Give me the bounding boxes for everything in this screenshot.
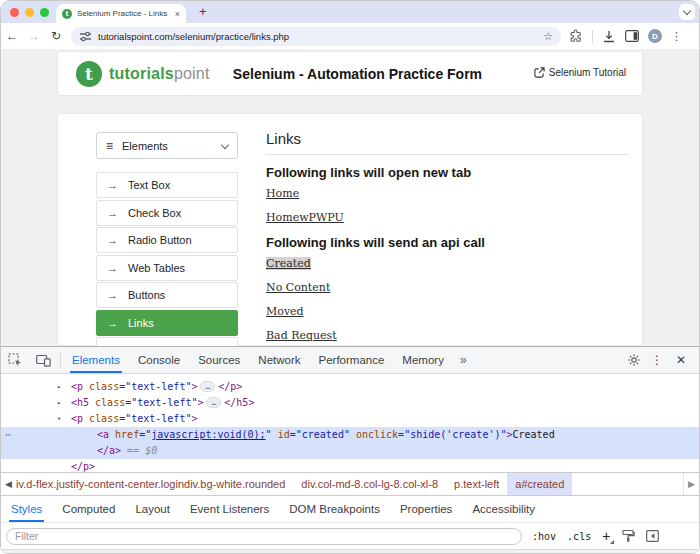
styles-filter-input[interactable] [6,528,522,545]
breadcrumb-scroll-left-icon[interactable]: ◀ [1,473,16,495]
tab-computed[interactable]: Computed [52,496,125,522]
profile-avatar[interactable]: D [648,29,662,43]
side-panel-icon[interactable] [625,30,639,42]
element-classes-button[interactable]: .cls [567,531,591,542]
downloads-icon[interactable] [602,30,616,43]
elements-dropdown-label: Elements [122,140,222,152]
rendering-emulation-icon[interactable] [621,529,635,543]
minimize-window-button[interactable] [25,8,34,17]
toggle-element-state-button[interactable]: :hov [532,531,556,542]
devtools-close-icon[interactable]: ✕ [673,353,689,367]
elements-tree[interactable]: ▸ <p class="text-left">…</p> ▸ <h5 class… [1,374,699,472]
arrow-right-icon: → [107,234,118,246]
devtools-tab-network[interactable]: Network [249,347,309,373]
elements-sidebar: ≡ Elements → Text Box → Check Box → Radi… [96,132,238,346]
dom-node-p-collapsed[interactable]: ▸ <p class="text-left">…</p> [1,379,699,395]
more-tabs-icon[interactable]: » [453,353,474,367]
address-bar[interactable]: tutorialspoint.com/selenium/practice/lin… [71,27,561,46]
extensions-icon[interactable] [569,29,583,43]
computed-sidebar-toggle-icon[interactable] [646,530,659,542]
sidebar-item-web-tables[interactable]: → Web Tables [96,255,238,281]
devtools-tab-memory[interactable]: Memory [393,347,453,373]
breadcrumb-item-col-md-8[interactable]: div.col-md-8.col-lg-8.col-xl-8 [293,473,446,495]
sidebar-item-label: Text Box [128,179,170,191]
sidebar-item-radio-button[interactable]: → Radio Button [96,227,238,253]
close-window-button[interactable] [10,8,19,17]
brand-wordmark[interactable]: tutorialspoint [109,65,210,83]
tutorialspoint-logo-icon[interactable]: t [76,61,102,87]
tab-layout[interactable]: Layout [125,496,180,522]
inspect-element-icon[interactable] [1,353,29,367]
sidebar-item-label: Radio Button [128,234,192,246]
new-style-rule-icon[interactable]: + [602,529,610,543]
breadcrumb-scroll-right-icon[interactable]: ▶ [683,473,699,495]
new-tab-button[interactable]: + [199,3,207,21]
dom-breadcrumb-bar: ◀ div.d-flex.justify-content-center.logi… [1,472,699,495]
browser-tab[interactable]: t Selenium Practice - Links × [56,4,186,23]
devtools-bottom-edge [1,549,699,554]
dom-node-selected-anchor[interactable]: ⋯ <a href="javascript:void(0);" id="crea… [1,427,699,459]
browser-window: t Selenium Practice - Links × + ← → ↻ tu… [0,0,700,554]
reload-button[interactable]: ↻ [45,29,67,43]
forward-button[interactable]: → [23,29,45,43]
link-bad-request[interactable]: Bad Request [266,329,337,342]
settings-gear-icon[interactable] [627,353,641,367]
fullscreen-window-button[interactable] [40,8,49,17]
styles-sidebar-tabs: Styles Computed Layout Event Listeners D… [1,495,699,522]
elements-dropdown[interactable]: ≡ Elements [96,132,238,159]
tab-styles[interactable]: Styles [1,496,52,522]
sidebar-item-buttons[interactable]: → Buttons [96,282,238,308]
collapse-icon[interactable]: ▾ [57,411,61,427]
tab-search-button[interactable] [679,4,695,20]
sidebar-item-links[interactable]: → Links [96,310,238,336]
dom-node-p-close-clipped[interactable]: </p> [1,459,699,472]
sidebar-item-text-box[interactable]: → Text Box [96,172,238,198]
content-title: Links [266,130,629,147]
device-toolbar-icon[interactable] [29,354,58,367]
expand-icon[interactable]: ▸ [57,379,61,395]
devtools-tab-elements[interactable]: Elements [63,347,129,373]
site-settings-icon[interactable] [79,30,92,43]
url-text[interactable]: tutorialspoint.com/selenium/practice/lin… [98,31,543,42]
sidebar-item-label: Web Tables [128,262,185,274]
arrow-right-icon: → [107,179,118,191]
devtools-tab-performance[interactable]: Performance [310,347,394,373]
tab-close-icon[interactable]: × [175,9,180,19]
arrow-right-icon: → [107,317,118,329]
devtools-tab-console[interactable]: Console [129,347,189,373]
link-moved[interactable]: Moved [266,305,304,318]
brand-secondary: point [174,65,210,82]
external-link-icon [534,67,545,78]
tab-dom-breakpoints[interactable]: DOM Breakpoints [279,496,390,522]
link-homewpwpu[interactable]: HomewPWPU [266,211,344,224]
link-created[interactable]: Created [266,257,311,270]
more-actions-icon[interactable]: ⋯ [5,427,11,443]
devtools-menu-icon[interactable]: ⋮ [648,353,666,367]
hamburger-icon: ≡ [106,139,113,153]
back-button[interactable]: ← [1,29,23,43]
toolbar-actions: D ⋮ [569,29,682,43]
devtools-tab-sources[interactable]: Sources [189,347,249,373]
breadcrumb-item-p-text-left[interactable]: p.text-left [446,473,507,495]
sidebar-item-check-box[interactable]: → Check Box [96,200,238,226]
tab-event-listeners[interactable]: Event Listeners [180,496,279,522]
arrow-right-icon: → [107,207,118,219]
link-no-content[interactable]: No Content [266,281,330,294]
browser-menu-icon[interactable]: ⋮ [671,30,682,43]
tab-properties[interactable]: Properties [390,496,462,522]
sidebar-item-clipped[interactable] [96,337,238,346]
dom-node-p-expanded[interactable]: ▾ <p class="text-left"> [1,411,699,427]
tab-favicon-icon: t [62,9,72,19]
tab-accessibility[interactable]: Accessibility [462,496,545,522]
site-header: t tutorialspoint Selenium - Automation P… [57,51,643,96]
breadcrumb-item-logindiv[interactable]: div.d-flex.justify-content-center.logind… [16,473,293,495]
selenium-tutorial-link[interactable]: Selenium Tutorial [534,67,626,78]
title-divider [266,154,629,155]
breadcrumb-item-a-created[interactable]: a#created [507,473,572,495]
bookmark-star-icon[interactable]: ☆ [543,30,553,43]
link-home[interactable]: Home [266,187,299,200]
brand-primary: tutorials [109,65,174,82]
dom-node-h5-collapsed[interactable]: ▸ <h5 class="text-left">…</h5> [1,395,699,411]
sidebar-item-label: Buttons [128,289,165,301]
expand-icon[interactable]: ▸ [57,395,61,411]
